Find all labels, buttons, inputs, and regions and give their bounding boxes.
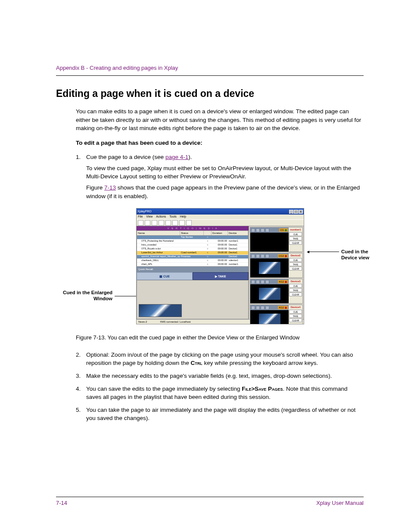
callout-device-view: Cued in the Device view: [341, 249, 384, 261]
step2-text: Optional: Zoom in/out of the page by cli…: [86, 351, 364, 367]
toolbar-icon: [145, 220, 150, 226]
maximize-icon: □: [294, 210, 298, 214]
figure-caption: Figure 7-13. You can edit the cued page …: [76, 334, 364, 342]
playlist-row: Top Stories○: [137, 236, 248, 240]
page-title: Editing a page when it is cued on a devi…: [56, 88, 364, 100]
toolbar-icon: [138, 220, 143, 226]
playlist-row: chart_APL○00:00.00number1: [137, 263, 248, 267]
playlist-row: OTS_Royals a dot○00:00.00Device1: [137, 247, 248, 251]
procedure-list-cont: 2. Optional: Zoom in/out of the page by …: [76, 351, 364, 423]
page-footer: 7-14 Xplay User Manual: [56, 497, 364, 506]
device-view: CG2 Device2 CUETAKECLEAR: [250, 253, 303, 278]
intro-paragraph: You can make edits to a page when it is …: [76, 107, 364, 133]
device-view: CG number1 CUETAKECLEAR: [250, 227, 303, 252]
take-button: ▶ TAKE: [193, 272, 249, 280]
procedure-list: 1. Cue the page to a device (see page 4-…: [76, 153, 364, 200]
xplay-screenshot: XplayPRO _ □ X File View Actions Tools H…: [136, 208, 304, 324]
figure-7-13-link[interactable]: 7-13: [104, 184, 116, 191]
header-rule: [56, 75, 364, 76]
step3-text: Make the necessary edits to the page's v…: [86, 372, 364, 380]
menubar: File View Actions Tools Help: [137, 215, 304, 219]
step-number: 5.: [76, 406, 86, 423]
minimize-icon: _: [289, 210, 293, 214]
callout-enlarged-window: Cued in the Enlarged Window: [61, 290, 112, 302]
device-view: XG2 Device4 CUETAKECLEAR: [250, 305, 303, 324]
figure-7-13: Cued in the Enlarged Window Cued in the …: [76, 208, 364, 329]
step1-sub2: Figure 7-13 shows that the cued page app…: [86, 184, 364, 200]
playlist-row: OTS_Protecting the Homeland○00:00.00numb…: [137, 240, 248, 243]
playlist-row: Intro_crowded○00:00.00Device1: [137, 243, 248, 247]
playlist-panel: Name Status Duration Device Top Stories○…: [137, 230, 249, 267]
page-number: 7-14: [56, 500, 67, 506]
step-number: 4.: [76, 385, 86, 401]
procedure-heading: To edit a page that has been cued to a d…: [76, 139, 364, 147]
enlarged-window: [137, 280, 249, 320]
step-number: 3.: [76, 372, 86, 380]
step-number: 1.: [76, 153, 86, 200]
toolbar-icon: [159, 220, 164, 226]
toolbar: [137, 219, 304, 226]
playlist-row: Lower3rd_Ian ArthurCued:number1○00:00.00…: [137, 251, 248, 255]
playlist-row: chartback_DELL○00:00.00xdevice1: [137, 259, 248, 263]
window-titlebar: XplayPRO _ □ X: [137, 208, 304, 215]
page-4-1-link[interactable]: page 4-1: [165, 154, 188, 160]
toolbar-icon: [186, 220, 192, 226]
enlarged-thumbnail: [139, 304, 182, 317]
toolbar-icon: [152, 220, 157, 226]
cue-button: ▦ CUE: [137, 272, 193, 280]
step-number: 2.: [76, 351, 86, 367]
step4-text: You can save the edits to the page immed…: [86, 385, 364, 401]
toolbar-icon: [179, 220, 185, 226]
toolbar-icon: [165, 220, 171, 226]
step1-sub1: To view the cued page, Xplay must either…: [86, 164, 364, 181]
step1-text: Cue the page to a device (see: [86, 154, 165, 160]
playlist-row: sports1_financial report_Weather_sportsF…: [137, 255, 248, 259]
step5-text: You can take the page to air immediately…: [86, 406, 364, 423]
quick-recall: Quick Recall:: [137, 267, 249, 272]
close-icon: X: [299, 210, 303, 214]
toolbar-icon: [172, 220, 178, 226]
manual-title: Xplay User Manual: [316, 500, 364, 506]
brand-bar: V E R T I G O | M E D I A: [137, 226, 249, 230]
device-view: XG2 Device3 CUETAKECLEAR: [250, 279, 303, 304]
running-header: Appendix B - Creating and editing pages …: [56, 65, 364, 71]
